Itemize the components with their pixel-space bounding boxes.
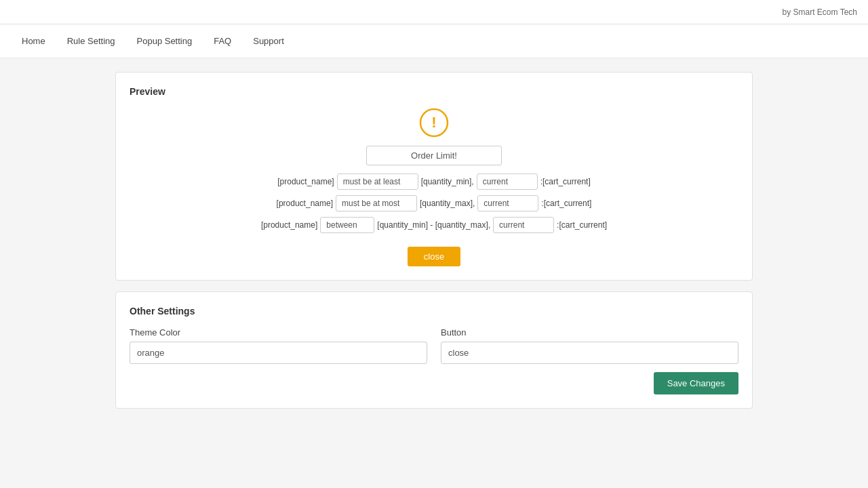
nav-faq[interactable]: FAQ — [205, 32, 239, 50]
other-settings-card: Other Settings Theme Color Button Save C… — [115, 291, 753, 409]
nav-rule-setting[interactable]: Rule Setting — [59, 32, 123, 50]
button-input[interactable] — [441, 342, 738, 364]
theme-color-input[interactable] — [130, 342, 427, 364]
current-input-3[interactable] — [493, 217, 554, 233]
preview-title: Preview — [130, 86, 738, 97]
quantity-range-token-3: [quantity_min] - [quantity_max], — [377, 220, 490, 230]
main-content: Preview ! Order Limit! [product_name] [q… — [102, 58, 766, 422]
cart-current-token-1: :[cart_current] — [540, 177, 591, 186]
message-row-1: [product_name] [quantity_min], :[cart_cu… — [277, 174, 590, 190]
save-row: Save Changes — [130, 372, 738, 394]
button-group: Button — [441, 327, 738, 364]
nav-home[interactable]: Home — [14, 32, 54, 50]
theme-color-group: Theme Color — [130, 327, 427, 364]
settings-row: Theme Color Button — [130, 327, 738, 364]
brand-text: by Smart Ecom Tech — [783, 7, 857, 17]
message-row-2: [product_name] [quantity_max], :[cart_cu… — [277, 195, 592, 211]
cart-current-token-2: :[cart_current] — [541, 199, 591, 208]
close-button[interactable]: close — [408, 247, 460, 266]
other-settings-title: Other Settings — [130, 306, 738, 317]
current-input-1[interactable] — [477, 174, 538, 190]
current-input-2[interactable] — [477, 195, 538, 211]
product-name-token-3: [product_name] — [261, 220, 317, 230]
top-bar: by Smart Ecom Tech — [0, 0, 868, 24]
button-label: Button — [441, 327, 738, 338]
prefix-input-1[interactable] — [337, 174, 418, 190]
alert-icon: ! — [419, 108, 449, 138]
theme-color-label: Theme Color — [130, 327, 427, 338]
prefix-input-3[interactable] — [320, 217, 374, 233]
svg-text:!: ! — [431, 114, 436, 131]
nav-popup-setting[interactable]: Popup Setting — [129, 32, 201, 50]
preview-card: Preview ! Order Limit! [product_name] [q… — [115, 72, 753, 281]
cart-current-token-3: :[cart_current] — [557, 220, 607, 230]
save-changes-button[interactable]: Save Changes — [654, 372, 738, 394]
nav-support[interactable]: Support — [245, 32, 292, 50]
message-rows: [product_name] [quantity_min], :[cart_cu… — [130, 174, 738, 233]
quantity-min-token-1: [quantity_min], — [421, 177, 474, 186]
quantity-max-token-2: [quantity_max], — [420, 199, 475, 208]
preview-section: ! Order Limit! [product_name] [quantity_… — [130, 108, 738, 266]
prefix-input-2[interactable] — [336, 195, 417, 211]
order-limit-label: Order Limit! — [366, 146, 502, 165]
product-name-token-2: [product_name] — [277, 199, 333, 208]
other-settings-form: Theme Color Button Save Changes — [130, 327, 738, 394]
message-row-3: [product_name] [quantity_min] - [quantit… — [261, 217, 607, 233]
product-name-token-1: [product_name] — [277, 177, 334, 186]
nav-bar: Home Rule Setting Popup Setting FAQ Supp… — [0, 24, 868, 58]
